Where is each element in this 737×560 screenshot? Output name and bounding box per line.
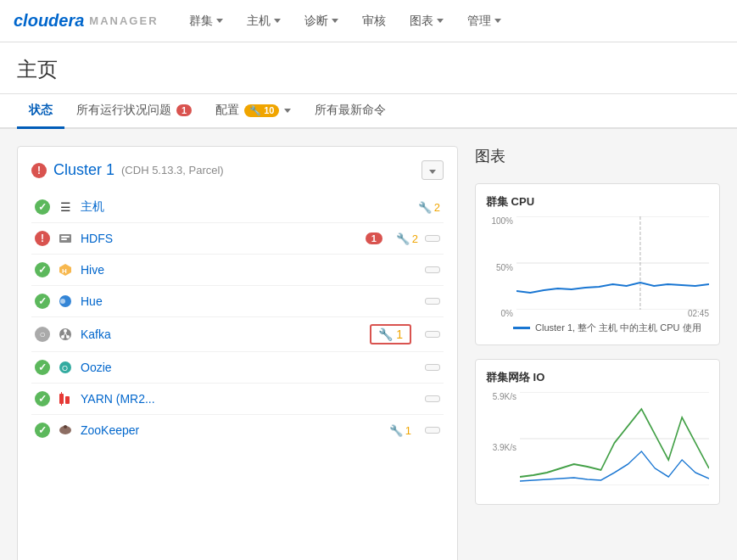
- service-row: ✓ ☰ 主机 🔧 2: [31, 192, 444, 223]
- tab-health-issues[interactable]: 所有运行状况问题 1: [64, 94, 204, 129]
- charts-panel: 图表 群集 CPU 100% 50% 0%: [475, 146, 720, 560]
- wrench-icon: 🔧: [418, 201, 432, 214]
- alert-badge-hdfs: 1: [366, 232, 382, 244]
- config-badge-hosts: 🔧 2: [418, 201, 440, 214]
- yarn-icon: [57, 390, 74, 407]
- chevron-down-icon: [429, 170, 436, 174]
- kafka-config-count: 1: [396, 328, 403, 341]
- brand-logo: cloudera MANAGER: [14, 11, 159, 31]
- tab-commands[interactable]: 所有最新命令: [303, 94, 398, 129]
- cluster-name[interactable]: Cluster 1: [53, 161, 114, 179]
- cluster-title-group: ! Cluster 1 (CDH 5.13.3, Parcel): [31, 161, 224, 179]
- svg-point-19: [64, 425, 67, 428]
- chevron-down-icon: [494, 19, 501, 23]
- hosts-icon: ☰: [57, 199, 74, 216]
- service-name-hive[interactable]: Hive: [81, 263, 418, 277]
- nav-item-host[interactable]: 主机: [237, 7, 291, 36]
- tab-status[interactable]: 状态: [17, 94, 64, 129]
- brand-name: cloudera: [14, 11, 84, 31]
- cpu-y-100: 100%: [491, 216, 513, 226]
- network-chart-label: 群集网络 IO: [486, 370, 709, 385]
- cpu-x-tick: 02:45: [688, 309, 709, 318]
- hive-icon: H: [57, 261, 74, 278]
- config-count-hosts: 2: [434, 201, 440, 214]
- nav-item-audit[interactable]: 审核: [352, 7, 396, 36]
- status-gray-icon: ○: [35, 327, 50, 342]
- tab-config-label: 配置: [215, 103, 239, 118]
- service-row: ! HDFS 1 🔧 2: [31, 223, 444, 255]
- health-badge: 1: [176, 104, 192, 116]
- wrench-icon: 🔧: [378, 328, 393, 341]
- tab-status-label: 状态: [29, 103, 53, 118]
- status-green-icon: ✓: [35, 199, 50, 215]
- nav-label-host: 主机: [247, 14, 271, 29]
- zookeeper-dropdown-button[interactable]: [425, 427, 440, 434]
- hue-icon: [57, 293, 74, 310]
- service-name-kafka[interactable]: Kafka: [81, 328, 363, 341]
- service-row: ○ Kafka 🔧 1: [31, 317, 444, 352]
- svg-rect-16: [65, 396, 70, 404]
- cluster-panel: ! Cluster 1 (CDH 5.13.3, Parcel) ✓ ☰ 主机 …: [17, 146, 458, 560]
- chevron-down-icon: [274, 19, 281, 23]
- net-y-high: 5.9K/s: [493, 392, 516, 401]
- tabs-bar: 状态 所有运行状况问题 1 配置 🔧10 所有最新命令: [0, 94, 737, 129]
- cluster-dropdown-button[interactable]: [422, 160, 444, 180]
- kafka-icon: [57, 326, 74, 343]
- wrench-icon: 🔧: [396, 232, 410, 245]
- nav-label-diagnostics: 诊断: [304, 14, 328, 29]
- wrench-icon: 🔧: [249, 105, 261, 116]
- service-name-oozie[interactable]: Oozie: [81, 361, 418, 374]
- cluster-header: ! Cluster 1 (CDH 5.13.3, Parcel): [31, 160, 444, 180]
- service-name-zookeeper[interactable]: ZooKeeper: [81, 423, 376, 437]
- nav-item-admin[interactable]: 管理: [457, 7, 511, 36]
- hdfs-dropdown-button[interactable]: [425, 235, 440, 242]
- nav-item-diagnostics[interactable]: 诊断: [294, 7, 349, 36]
- service-name-hdfs[interactable]: HDFS: [81, 232, 355, 245]
- config-count-hdfs: 2: [412, 232, 418, 245]
- cpu-chart-svg: [516, 216, 709, 310]
- service-row: ✓ Hue: [31, 286, 444, 317]
- nav-label-admin: 管理: [467, 14, 491, 29]
- brand-manager: MANAGER: [89, 14, 158, 27]
- status-green-icon: ✓: [35, 391, 50, 406]
- tab-health-label: 所有运行状况问题: [76, 103, 171, 118]
- nav-label-charts: 图表: [410, 14, 433, 29]
- main-content: 主页 状态 所有运行状况问题 1 配置 🔧10 所有最新命令: [0, 42, 737, 129]
- chevron-down-icon: [216, 19, 223, 23]
- service-row: ✓ YARN (MR2...: [31, 384, 444, 415]
- hive-dropdown-button[interactable]: [425, 266, 440, 273]
- page-title: 主页: [17, 56, 720, 83]
- hue-dropdown-button[interactable]: [425, 298, 440, 305]
- svg-point-8: [64, 329, 67, 333]
- network-chart-area: 5.9K/s 3.9K/s: [486, 392, 709, 494]
- config-badge-hdfs: 🔧 2: [396, 232, 418, 245]
- svg-point-6: [60, 299, 65, 304]
- cpu-chart-label: 群集 CPU: [486, 194, 709, 210]
- charts-title: 图表: [475, 146, 720, 166]
- legend-color: [513, 327, 530, 329]
- service-row: ✓ O Oozie: [31, 352, 444, 384]
- cluster-sub: (CDH 5.13.3, Parcel): [121, 164, 224, 176]
- navbar: cloudera MANAGER 群集 主机 诊断 审核 图表 管理: [0, 0, 737, 42]
- hdfs-icon: [57, 230, 74, 247]
- svg-rect-1: [61, 236, 70, 238]
- service-name-hosts[interactable]: 主机: [81, 199, 405, 215]
- nav-item-cluster[interactable]: 群集: [179, 7, 233, 36]
- cluster-status-icon: !: [31, 163, 47, 178]
- nav-menu: 群集 主机 诊断 审核 图表 管理: [179, 7, 511, 36]
- oozie-dropdown-button[interactable]: [425, 364, 440, 371]
- net-y-mid: 3.9K/s: [493, 443, 516, 452]
- nav-item-charts[interactable]: 图表: [399, 7, 454, 36]
- service-name-yarn[interactable]: YARN (MR2...: [81, 392, 418, 406]
- chevron-down-icon: [284, 109, 291, 113]
- oozie-icon: O: [57, 359, 74, 376]
- kafka-dropdown-button[interactable]: [425, 331, 440, 338]
- config-count-zookeeper: 1: [405, 424, 411, 437]
- chevron-down-icon: [437, 19, 444, 23]
- cpu-chart-area: 100% 50% 0%: [486, 216, 709, 318]
- cpu-y-50: 50%: [496, 263, 513, 272]
- service-name-hue[interactable]: Hue: [81, 294, 418, 308]
- zookeeper-icon: [57, 422, 74, 439]
- tab-config[interactable]: 配置 🔧10: [204, 94, 303, 129]
- yarn-dropdown-button[interactable]: [425, 395, 440, 402]
